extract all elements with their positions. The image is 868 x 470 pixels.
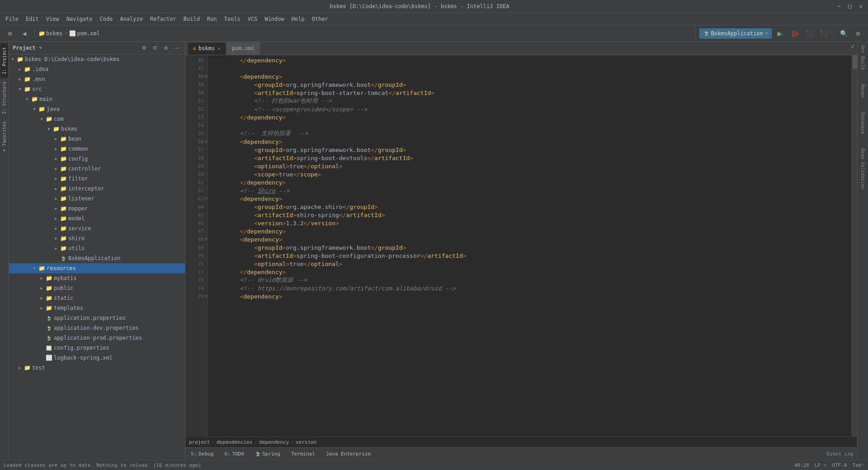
menu-other[interactable]: Other xyxy=(308,14,332,24)
bottom-tab-terminal[interactable]: Terminal xyxy=(289,450,317,458)
tree-item-resources[interactable]: ▼ 📁 resources xyxy=(9,263,185,273)
menu-tools[interactable]: Tools xyxy=(221,14,244,24)
sidebar-tab-project[interactable]: 1: Project xyxy=(0,43,8,78)
tree-item-bskms-pkg[interactable]: ▼ 📁 bskms xyxy=(9,124,185,134)
line-separator[interactable]: LF ÷ xyxy=(815,462,827,468)
tree-item-filter[interactable]: ▶ 📁 filter xyxy=(9,174,185,184)
project-expand-btn[interactable]: ⊟ xyxy=(151,43,160,52)
toolbar-sep-3 xyxy=(833,29,834,38)
tree-item-mapper[interactable]: ▶ 📁 mapper xyxy=(9,204,185,214)
tree-item-bskms-root[interactable]: ▼ 📁 bskms D:\Code\idea-code\bskms xyxy=(9,54,185,64)
maximize-button[interactable]: □ xyxy=(846,3,854,10)
path-part-version[interactable]: version xyxy=(296,439,316,445)
tree-item-app-prod-prop[interactable]: 🍃 application-prod.properties xyxy=(9,333,185,343)
tree-item-com[interactable]: ▼ 📁 com xyxy=(9,114,185,124)
path-part-dependencies[interactable]: dependencies xyxy=(217,439,252,445)
bottom-tab-debug[interactable]: 5: Debug xyxy=(189,450,215,458)
run-config-selector[interactable]: 🍃 BskmsApplication ▼ xyxy=(699,28,772,38)
breadcrumb-pomxml[interactable]: ⬜ pom.xml xyxy=(69,30,100,37)
bottom-tab-spring[interactable]: 🍃 Spring xyxy=(253,450,282,458)
tree-item-mvn[interactable]: ▶ 📁 .mvn xyxy=(9,74,185,84)
sidebar-tab-structure[interactable]: 2: Structure xyxy=(0,78,8,118)
menu-help[interactable]: Help xyxy=(288,14,308,24)
tree-item-config[interactable]: ▶ 📁 config xyxy=(9,154,185,164)
tree-item-java[interactable]: ▼ 📁 java xyxy=(9,104,185,114)
tree-item-bskms-app[interactable]: 🍃 BskmsApplication xyxy=(9,253,185,263)
project-settings-btn[interactable]: ⚙ xyxy=(161,43,170,52)
tree-item-logback[interactable]: ⬜ logback-spring.xml xyxy=(9,353,185,363)
menu-file[interactable]: File xyxy=(2,14,22,24)
right-panel-database[interactable]: Database xyxy=(860,110,865,136)
tree-item-public[interactable]: ▶ 📁 public xyxy=(9,283,185,293)
right-panel-bean-validation[interactable]: Bean Validation xyxy=(860,147,865,191)
tree-arrow: ▶ xyxy=(52,175,60,182)
menu-navigate[interactable]: Navigate xyxy=(63,14,96,24)
fold-icon[interactable]: ▽ xyxy=(204,72,208,81)
tree-item-service[interactable]: ▶ 📁 service xyxy=(9,223,185,233)
project-collapse-btn[interactable]: ⊞ xyxy=(140,43,149,52)
tree-item-test[interactable]: ▶ 📁 test xyxy=(9,363,185,373)
cursor-position[interactable]: 40:28 xyxy=(794,462,809,468)
properties-icon: ⬜ xyxy=(45,344,52,351)
menu-edit[interactable]: Edit xyxy=(22,14,42,24)
run-button[interactable]: ▶ xyxy=(774,27,786,40)
path-part-project[interactable]: project xyxy=(189,439,210,445)
menu-refactor[interactable]: Refactor xyxy=(146,14,180,24)
minimize-button[interactable]: ─ xyxy=(835,3,843,10)
menu-window[interactable]: Window xyxy=(261,14,288,24)
tree-item-main[interactable]: ▼ 📁 main xyxy=(9,94,185,104)
encoding[interactable]: UTF-8 xyxy=(832,462,847,468)
tree-item-src[interactable]: ▼ 📁 src xyxy=(9,84,185,94)
tree-item-idea[interactable]: ▶ 📁 .idea xyxy=(9,64,185,74)
tab-close-bskms[interactable]: ✕ xyxy=(217,46,221,52)
menu-code[interactable]: Code xyxy=(96,14,117,24)
tree-item-static[interactable]: ▶ 📁 static xyxy=(9,293,185,303)
right-panel-maven[interactable]: Maven xyxy=(860,82,865,100)
tree-item-app-prop[interactable]: 🍃 application.properties xyxy=(9,313,185,323)
stop-button[interactable]: ⬛ xyxy=(817,27,830,40)
right-scrollbar[interactable] xyxy=(852,55,857,437)
close-button[interactable]: ✕ xyxy=(857,3,864,10)
toolbar-back-btn[interactable]: ◀ xyxy=(18,27,31,40)
indent-info[interactable]: Tab⁺ xyxy=(853,462,865,468)
fold-icon[interactable]: ▽ xyxy=(204,292,208,300)
project-close-btn[interactable]: — xyxy=(172,43,181,52)
debug-button[interactable]: 🐞 xyxy=(788,27,801,40)
menu-view[interactable]: View xyxy=(42,14,63,24)
tree-arrow: ▶ xyxy=(38,304,45,312)
tree-item-listener[interactable]: ▶ 📁 listener xyxy=(9,194,185,204)
fold-icon[interactable]: ▽ xyxy=(204,235,208,243)
tree-item-templates[interactable]: ▶ 📁 templates xyxy=(9,303,185,313)
bottom-tab-java-enterprise[interactable]: Java Enterprise xyxy=(324,450,373,458)
bottom-tab-todo[interactable]: 6: TODO xyxy=(222,450,246,458)
tree-item-utils[interactable]: ▶ 📁 utils xyxy=(9,243,185,253)
editor-tab-pomxml[interactable]: pom.xml xyxy=(226,42,260,55)
fold-icon[interactable]: ▽ xyxy=(204,138,208,146)
tree-item-config-prop[interactable]: ⬜ config.properties xyxy=(9,343,185,353)
tree-item-bean[interactable]: ▶ 📁 bean xyxy=(9,134,185,144)
menu-run[interactable]: Run xyxy=(203,14,221,24)
coverage-button[interactable]: ⬛ xyxy=(802,27,815,40)
sidebar-tab-favorites[interactable]: ★ Favorites xyxy=(0,118,8,157)
toolbar-layout-btn[interactable]: ⊞ xyxy=(4,27,16,40)
tree-item-interceptor[interactable]: ▶ 📁 interceptor xyxy=(9,184,185,194)
search-everywhere-btn[interactable]: 🔍 xyxy=(837,27,850,40)
tree-item-app-dev-prop[interactable]: 🍃 application-dev.properties xyxy=(9,323,185,333)
path-part-dependency[interactable]: dependency xyxy=(259,439,289,445)
menu-build[interactable]: Build xyxy=(180,14,203,24)
gutter-line-59: 59 xyxy=(185,162,208,170)
right-panel-ant-build[interactable]: Ant Build xyxy=(860,43,865,71)
tree-item-mybatis[interactable]: ▶ 📁 mybatis xyxy=(9,273,185,283)
code-content[interactable]: </dependency> <dependency> <groupId>org.… xyxy=(208,55,852,437)
tree-item-controller[interactable]: ▶ 📁 controller xyxy=(9,164,185,174)
settings-btn[interactable]: ⚙ xyxy=(852,27,864,40)
fold-icon[interactable]: ▽ xyxy=(204,195,208,203)
menu-analyze[interactable]: Analyze xyxy=(116,14,146,24)
tree-item-shiro[interactable]: ▶ 📁 shiro xyxy=(9,233,185,243)
editor-tab-bskms[interactable]: m bskms ✕ xyxy=(187,42,226,55)
tree-item-model[interactable]: ▶ 📁 model xyxy=(9,214,185,223)
menu-vcs[interactable]: VCS xyxy=(244,14,261,24)
tree-item-common[interactable]: ▶ 📁 common xyxy=(9,144,185,154)
breadcrumb-bskms[interactable]: 📁 bskms xyxy=(38,30,62,37)
event-log-link[interactable]: Event Log xyxy=(826,451,854,457)
